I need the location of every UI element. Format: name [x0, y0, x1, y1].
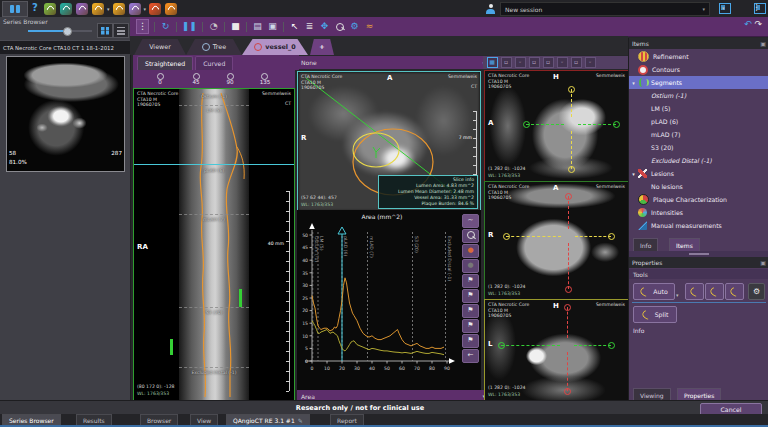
film-icon[interactable]: ▤ — [252, 20, 263, 33]
crosshair-line[interactable] — [568, 243, 569, 289]
tree-item-lm-5[interactable]: LM (5) — [629, 102, 768, 115]
crosshair-handle[interactable] — [568, 86, 575, 93]
help-icon[interactable]: ? — [32, 2, 38, 13]
tab-items[interactable]: Items — [669, 238, 700, 251]
marker-flag-icon[interactable]: ⚑ — [462, 289, 479, 303]
layers-icon[interactable]: ≣ — [304, 20, 315, 33]
curve-tool-button-2[interactable] — [705, 283, 724, 300]
tab-viewer[interactable]: Viewer — [134, 39, 186, 55]
crosshair-line[interactable] — [575, 236, 611, 237]
marker-flag-icon[interactable]: ⚑ — [462, 334, 479, 348]
tree-item-plad-6[interactable]: pLAD (6) — [629, 115, 768, 128]
vp-tool-icon[interactable]: ▫ — [501, 57, 512, 68]
curves-icon[interactable]: ≈ — [364, 20, 375, 33]
session-select[interactable]: New session ▾ — [500, 2, 710, 16]
redo-icon[interactable]: ↷ — [754, 19, 762, 29]
current-position-line[interactable] — [134, 164, 294, 165]
camera-icon[interactable]: ▣ — [267, 20, 278, 33]
settings-gear-button[interactable]: ⚙ — [748, 283, 765, 300]
app-icon-6[interactable] — [129, 3, 141, 15]
crosshair-line[interactable] — [578, 124, 616, 125]
app-icon-8[interactable] — [165, 3, 177, 15]
curve-tool-button-1[interactable] — [685, 283, 704, 300]
auto-button[interactable]: Auto — [633, 283, 675, 300]
crosshair-line[interactable] — [568, 196, 569, 229]
user-icon[interactable] — [486, 4, 495, 14]
crosshair-handle[interactable] — [564, 388, 571, 395]
tree-item-excluded-distal-1[interactable]: Excluded Distal (-1) — [629, 154, 768, 167]
app-icon-2[interactable] — [60, 3, 72, 15]
crosshair-handle[interactable] — [523, 121, 530, 128]
auto-dropdown-caret-icon[interactable]: ▾ — [676, 292, 679, 298]
chevron-down-icon[interactable]: ▾ — [722, 5, 725, 11]
split-button[interactable]: Split — [633, 306, 677, 323]
crosshair-handle[interactable] — [503, 233, 510, 240]
series-tab[interactable]: CTA Necrotic Core CTA10 CT 1 18-1-2012 — [0, 40, 133, 54]
vp-tool-icon[interactable]: ◦ — [515, 57, 526, 68]
crosshair-line[interactable] — [506, 236, 561, 237]
kebab-menu-icon[interactable]: ⋮ — [752, 2, 761, 12]
tree-item-ostium-1[interactable]: Ostium (-1) — [629, 89, 768, 102]
panel-menu-icon[interactable]: ▣ — [760, 40, 766, 47]
expander-icon[interactable]: ▾ — [629, 80, 638, 86]
tab-vessel-0[interactable]: vessel_0 — [242, 39, 308, 55]
marker-flag-icon[interactable]: ⚑ — [462, 304, 479, 318]
tree-item-segments[interactable]: ▾Segments — [629, 76, 768, 89]
crosshair-line[interactable] — [571, 89, 572, 117]
sphere-tool-icon[interactable]: ● — [462, 259, 479, 273]
cursor-icon[interactable]: ↖ — [289, 20, 300, 33]
app-icon-7[interactable] — [149, 3, 161, 15]
zoom-tool-icon[interactable] — [462, 229, 479, 243]
curve-tool-icon[interactable]: ~ — [462, 214, 479, 228]
crosshair-handle[interactable] — [608, 342, 615, 349]
crosshair-handle[interactable] — [608, 233, 615, 240]
medis-suite-icon[interactable] — [2, 1, 28, 17]
area-chart[interactable]: 051015202530354045500102030405060708090O… — [297, 210, 481, 390]
clock-icon[interactable]: ◔ — [208, 20, 219, 33]
crosshair-line[interactable] — [501, 345, 560, 346]
vp-tool-icon[interactable]: ◦ — [557, 57, 568, 68]
marker-flag-icon[interactable]: ⚑ — [462, 319, 479, 333]
tree-item-no-lesions[interactable]: No lesions — [629, 180, 768, 193]
axial-viewport[interactable]: CTA Necrotic CoreCTA10 M19060705Semmelwe… — [484, 181, 629, 300]
app-icon-5[interactable] — [113, 3, 125, 15]
back-arrow-icon[interactable]: ← — [462, 349, 479, 363]
list-view-button[interactable] — [113, 23, 129, 38]
tree-item-s3-20[interactable]: S3 (20) — [629, 141, 768, 154]
pan-icon[interactable]: ✥ — [319, 20, 330, 33]
app-icon-4[interactable] — [92, 3, 104, 15]
panel-menu-icon[interactable]: ▣ — [760, 259, 766, 266]
crosshair-handle[interactable] — [564, 304, 571, 311]
tree-item-manual-measurements[interactable]: Manual measurements — [629, 219, 768, 232]
crosshair-line[interactable] — [526, 124, 564, 125]
crosshair-line[interactable] — [567, 352, 568, 391]
straightened-vessel-viewport[interactable]: Ostium (-1)LM (5)pLAD (6)mLAD (7)S3 (20)… — [133, 88, 295, 401]
vp-tool-icon[interactable]: ▫ — [529, 57, 540, 68]
crosshair-line[interactable] — [574, 345, 611, 346]
vp-tool-icon[interactable]: ▫ — [571, 57, 582, 68]
tree-item-refinement[interactable]: Refinement — [629, 50, 768, 63]
expander-icon[interactable]: ▾ — [629, 171, 638, 177]
slider-handle[interactable] — [63, 27, 72, 36]
marker-flag-icon[interactable]: ⚑ — [462, 274, 479, 288]
rotate-icon[interactable]: ↻ — [160, 20, 171, 33]
dropdown-caret-icon[interactable]: ▾ — [107, 6, 110, 12]
tab-tree[interactable]: Tree — [186, 39, 242, 55]
add-tab-button[interactable]: + — [310, 39, 334, 55]
stop-icon[interactable]: ■ — [230, 20, 241, 33]
grid-layout-icon[interactable]: ▦ — [487, 57, 498, 68]
vp-tool-icon[interactable]: ▫ — [543, 57, 554, 68]
tab-straightened[interactable]: Straightened — [137, 56, 193, 70]
settings-gears-icon[interactable]: ⚙ — [349, 20, 360, 33]
tree-item-plaque-characterization[interactable]: Plaque Characterization — [629, 193, 768, 206]
menu-dots-icon[interactable]: ⋮ — [136, 19, 149, 34]
tree-item-contours[interactable]: Contours — [629, 63, 768, 76]
area-graph-panel[interactable]: Area (mm^2) 0510152025303540455001020304… — [297, 210, 481, 390]
tree-item-intensities[interactable]: Intensities — [629, 206, 768, 219]
dropdown-caret-icon[interactable]: ▾ — [144, 6, 147, 12]
crosshair-handle[interactable] — [613, 121, 620, 128]
undo-icon[interactable]: ↶ — [744, 19, 752, 29]
crosshair-line[interactable] — [567, 307, 568, 338]
series-thumbnail[interactable]: 58 287 81.0% — [6, 56, 125, 172]
overlay-mode-select[interactable]: None ▾ — [297, 56, 489, 69]
